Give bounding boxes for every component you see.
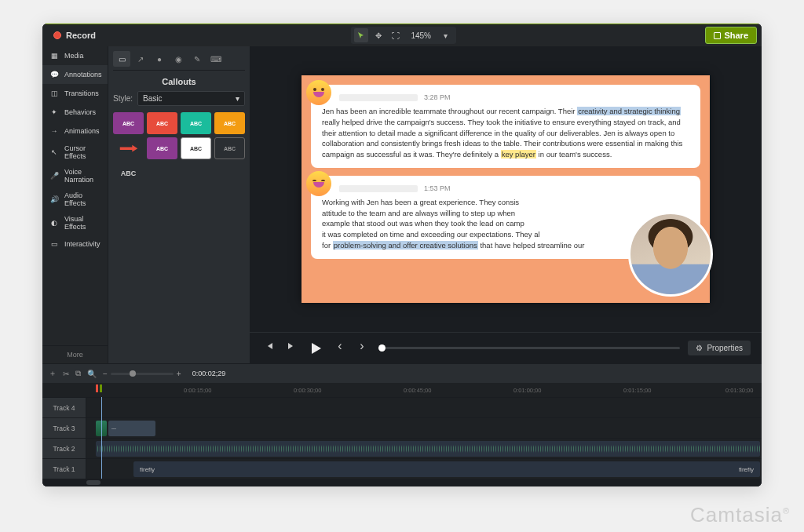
sidebar-item-transitions[interactable]: ◫ Transitions [42,84,108,103]
ruler-tick: 0:00:45;00 [404,387,431,394]
copy-icon[interactable]: ⧉ [75,369,81,378]
play-button[interactable] [305,337,327,359]
msg-text: Working with Jen has been a great experi… [322,198,519,206]
callout-speech-purple[interactable]: ABC [113,112,144,134]
tab-sketch-icon[interactable]: ✎ [188,51,206,67]
magnify-icon[interactable]: 🔍 [87,370,97,378]
sidebar-more[interactable]: More [42,345,108,363]
playhead-line [101,397,102,479]
sidebar-item-label: Animations [64,127,100,135]
add-track-icon[interactable]: ＋ [49,368,57,379]
callout-rect-outline[interactable]: ABC [214,137,245,159]
sidebar: ▦ Media 💬 Annotations ◫ Transitions ✦ Be… [42,46,108,363]
media-clip[interactable]: firefly firefly [133,461,760,477]
zoom-level[interactable]: 145% [406,31,436,40]
share-label: Share [724,31,748,40]
ruler-tick: 0:00:15;00 [184,387,211,394]
zoom-in-icon[interactable]: + [177,370,181,378]
sidebar-item-behaviors[interactable]: ✦ Behaviors [42,103,108,122]
tab-callouts-icon[interactable]: ▭ [113,51,130,67]
properties-button[interactable]: ⚙ Properties [688,341,751,355]
tab-blur-icon[interactable]: ◉ [170,51,187,67]
timeline-ruler[interactable]: 0:00:15;00 0:00:30;00 0:00:45;00 0:01:00… [42,383,762,397]
sidebar-item-voice-narration[interactable]: 🎤 Voice Narration [42,164,108,188]
prev-marker-button[interactable]: ‹ [331,337,349,355]
callout-thought-teal[interactable]: ABC [181,112,211,134]
properties-label: Properties [707,344,743,352]
sidebar-item-label: Annotations [64,71,102,78]
timestamp: 3:28 PM [424,93,451,103]
webcam-overlay [628,212,713,297]
prev-frame-button[interactable] [261,337,278,355]
callout-speech-red[interactable]: ABC [147,112,177,134]
select-tool-icon[interactable] [354,28,368,42]
share-button[interactable]: Share [705,27,757,44]
scrollbar-thumb[interactable] [86,480,100,485]
highlight-blue: creativity and strategic thinking [577,107,681,115]
track-lane[interactable]: ··· [86,418,762,438]
cut-icon[interactable]: ✂ [63,370,69,378]
scrubber-thumb[interactable] [378,344,386,352]
sidebar-item-label: Cursor Effects [64,144,101,160]
track-label[interactable]: Track 2 [42,439,86,458]
tab-arrows-icon[interactable]: ↗ [132,51,149,67]
callout-rect-white[interactable]: ABC [181,137,211,159]
record-label: Record [66,31,96,40]
sidebar-item-cursor-effects[interactable]: ↖ Cursor Effects [42,140,108,164]
hand-tool-icon[interactable]: ✥ [371,28,386,42]
track-lane[interactable]: firefly firefly [86,459,762,479]
top-toolbar: Record ✥ ⛶ 145% ▾ Share [42,24,762,46]
name-redacted [339,94,418,101]
msg-text: for [322,241,333,250]
msg-text: it was completed on time and exceeding o… [322,230,540,239]
track-label[interactable]: Track 3 [42,418,86,438]
sidebar-item-interactivity[interactable]: ▭ Interactivity [42,235,108,253]
zoom-out-icon[interactable]: − [103,370,108,378]
record-button[interactable]: Record [47,28,102,42]
annotation-clip[interactable]: ··· [108,421,155,436]
zoom-slider-thumb[interactable] [130,370,136,377]
callout-arrow-purple[interactable]: ABC [147,137,177,159]
scrubber[interactable] [378,347,680,349]
crop-tool-icon[interactable]: ⛶ [389,28,403,42]
timestamp: 1:53 PM [424,184,451,194]
track-row-3: Track 3 ··· [42,417,762,438]
sidebar-item-label: Voice Narration [64,168,101,184]
sidebar-item-label: Transitions [64,89,99,97]
zoom-dropdown-icon[interactable]: ▾ [439,28,453,42]
message-card-1: 3:28 PM Jen has been an incredible teamm… [311,85,700,168]
track-label[interactable]: Track 1 [42,459,86,479]
annotations-icon: 💬 [49,69,60,80]
emoji-laugh-icon [306,171,331,196]
timeline-scrollbar[interactable] [42,479,762,486]
style-select[interactable]: Basic ▾ [137,91,245,106]
interactivity-icon: ▭ [49,239,60,250]
sidebar-item-label: Audio Effects [64,191,101,207]
callout-arrow-red[interactable] [113,137,144,159]
sidebar-item-audio-effects[interactable]: 🔊 Audio Effects [42,188,108,211]
callout-text[interactable]: ABC [113,162,144,184]
track-lane[interactable] [86,398,762,417]
sidebar-item-annotations[interactable]: 💬 Annotations [42,65,108,84]
sidebar-item-visual-effects[interactable]: ◐ Visual Effects [42,211,108,235]
audio-clip[interactable] [96,441,760,457]
track-lane[interactable] [86,439,762,458]
media-icon: ▦ [49,50,60,61]
tab-keystroke-icon[interactable]: ⌨ [207,51,225,67]
timeline-body: Track 4 Track 3 ··· Track 2 [42,397,762,479]
emoji-smile-icon [306,80,331,105]
track-row-4: Track 4 [42,397,762,417]
tab-shapes-icon[interactable]: ● [151,51,168,67]
msg-text: attitude to the team and are always will… [322,209,515,217]
next-frame-button[interactable] [283,337,300,355]
playhead-handle[interactable] [96,383,107,394]
callout-thought-orange[interactable]: ABC [214,112,245,134]
sidebar-item-media[interactable]: ▦ Media [42,46,108,65]
canvas-viewport[interactable]: 3:28 PM Jen has been an incredible teamm… [250,46,762,332]
zoom-slider[interactable] [111,373,174,375]
sidebar-item-animations[interactable]: → Animations [42,122,108,140]
mic-icon: 🎤 [49,170,60,181]
next-marker-button[interactable]: › [353,337,371,355]
record-icon [53,31,61,39]
track-label[interactable]: Track 4 [42,398,86,417]
